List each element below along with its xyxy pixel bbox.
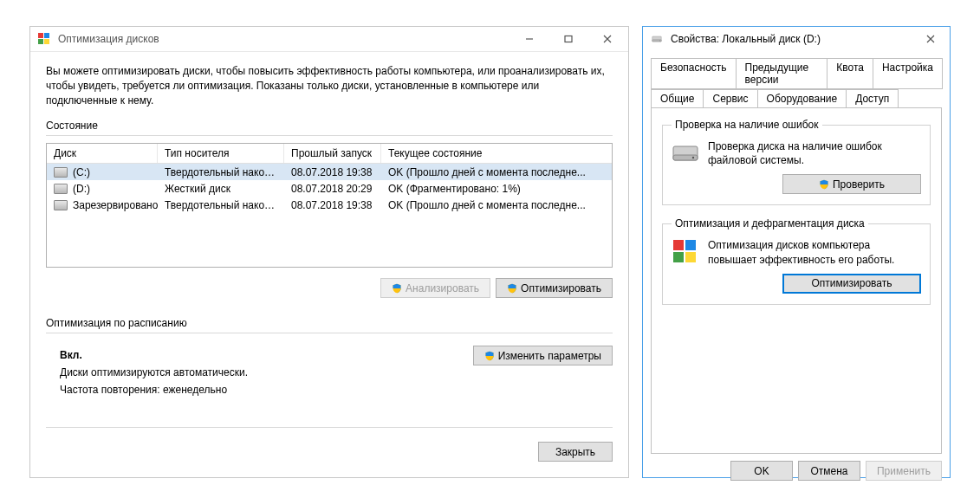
schedule-box: Вкл. Диски оптимизируются автоматически.…: [46, 340, 613, 428]
maximize-button[interactable]: [548, 27, 587, 51]
drive-status: OK (Фрагментировано: 1%): [381, 182, 612, 196]
drive-name: Зарезервировано ...: [73, 199, 158, 211]
table-row[interactable]: Зарезервировано ...Твердотельный накоп..…: [47, 197, 612, 213]
optimize-button[interactable]: Оптимизировать: [496, 278, 613, 298]
state-section-label: Состояние: [46, 120, 613, 132]
ok-label: OK: [754, 465, 769, 477]
drive-icon: [54, 200, 68, 210]
close-dialog-button[interactable]: Закрыть: [538, 442, 613, 462]
analyze-button[interactable]: Анализировать: [380, 278, 490, 298]
drives-table: Диск Тип носителя Прошлый запуск Текущее…: [46, 143, 613, 268]
ok-button[interactable]: OK: [730, 461, 793, 481]
error-check-group: Проверка на наличие ошибок Проверка диск…: [662, 119, 931, 205]
error-check-legend: Проверка на наличие ошибок: [672, 119, 822, 131]
error-check-text: Проверка диска на наличие ошибок файлово…: [708, 139, 921, 167]
window-title: Оптимизация дисков: [58, 33, 509, 45]
optimize-drives-window: Оптимизация дисков Вы можете оптимизиров…: [29, 26, 629, 478]
change-settings-button[interactable]: Изменить параметры: [473, 346, 613, 365]
drive-icon: [672, 139, 699, 167]
close-button[interactable]: [587, 27, 626, 51]
drive-last-run: 08.07.2018 19:38: [284, 165, 381, 179]
optimize-drive-button[interactable]: Оптимизировать: [782, 274, 921, 294]
apply-button[interactable]: Применить: [866, 461, 942, 481]
titlebar[interactable]: Свойства: Локальный диск (D:): [643, 27, 950, 51]
tab-page-service: Проверка на наличие ошибок Проверка диск…: [651, 107, 942, 454]
dialog-footer: OK Отмена Применить: [651, 454, 942, 481]
schedule-auto: Диски оптимизируются автоматически.: [60, 366, 613, 378]
tab[interactable]: Предыдущие версии: [736, 58, 828, 89]
drive-media: Твердотельный накоп...: [158, 198, 284, 212]
col-header-media[interactable]: Тип носителя: [158, 144, 284, 163]
check-button[interactable]: Проверить: [782, 174, 921, 194]
close-button-label: Закрыть: [555, 446, 595, 458]
cancel-button[interactable]: Отмена: [798, 461, 860, 481]
table-row[interactable]: (D:)Жесткий диск08.07.2018 20:29OK (Фраг…: [47, 180, 612, 197]
drive-icon: [54, 167, 68, 178]
window-title: Свойства: Локальный диск (D:): [671, 33, 913, 45]
table-empty-space: [47, 213, 612, 267]
cancel-label: Отмена: [810, 465, 847, 477]
drive-name: (C:): [73, 166, 90, 178]
col-header-status[interactable]: Текущее состояние: [381, 144, 612, 163]
optimize-button-label: Оптимизировать: [521, 282, 601, 294]
tab[interactable]: Общие: [651, 89, 704, 107]
check-button-label: Проверить: [833, 178, 885, 191]
drive-icon: [650, 34, 664, 44]
tab[interactable]: Квота: [827, 58, 873, 89]
apply-label: Применить: [877, 465, 931, 477]
drive-media: Твердотельный накоп...: [158, 165, 284, 179]
tab[interactable]: Безопасность: [651, 58, 737, 89]
minimize-button[interactable]: [509, 27, 548, 51]
drive-media: Жесткий диск: [158, 182, 284, 196]
shield-icon: [392, 283, 402, 294]
close-button[interactable]: [913, 27, 948, 51]
drive-icon: [54, 184, 68, 194]
divider: [46, 333, 613, 333]
schedule-section-label: Оптимизация по расписанию: [46, 317, 613, 329]
change-settings-label: Изменить параметры: [498, 350, 601, 362]
defrag-text: Оптимизация дисков компьютера повышает э…: [708, 238, 921, 266]
titlebar[interactable]: Оптимизация дисков: [30, 27, 628, 52]
table-header: Диск Тип носителя Прошлый запуск Текущее…: [47, 144, 612, 164]
drive-properties-window: Свойства: Локальный диск (D:) Безопаснос…: [642, 26, 951, 478]
tab[interactable]: Сервис: [703, 89, 757, 108]
tab-control: БезопасностьПредыдущие версииКвотаНастро…: [651, 58, 942, 454]
defrag-legend: Оптимизация и дефрагментация диска: [672, 217, 868, 230]
col-header-drive[interactable]: Диск: [47, 144, 158, 163]
drive-status: OK (Прошло дней с момента последне...: [381, 198, 612, 212]
drive-last-run: 08.07.2018 19:38: [284, 198, 381, 212]
drive-status: OK (Прошло дней с момента последне...: [381, 165, 612, 179]
schedule-freq: Частота повторения: еженедельно: [60, 384, 613, 396]
defrag-icon: [37, 32, 51, 46]
table-row[interactable]: (C:)Твердотельный накоп...08.07.2018 19:…: [47, 164, 612, 180]
tab[interactable]: Доступ: [846, 89, 899, 107]
drive-name: (D:): [73, 183, 90, 195]
col-header-last-run[interactable]: Прошлый запуск: [284, 144, 381, 163]
defrag-icon: [672, 238, 699, 266]
tab[interactable]: Оборудование: [757, 89, 847, 107]
table-body: (C:)Твердотельный накоп...08.07.2018 19:…: [47, 164, 612, 213]
intro-text: Вы можете оптимизировать диски, чтобы по…: [46, 64, 613, 107]
tab[interactable]: Настройка: [873, 58, 943, 89]
shield-icon: [484, 351, 495, 361]
shield-icon: [819, 179, 829, 190]
drive-last-run: 08.07.2018 20:29: [284, 182, 381, 196]
shield-icon: [507, 283, 517, 294]
defrag-group: Оптимизация и дефрагментация диска Оптим…: [662, 217, 931, 304]
optimize-drive-label: Оптимизировать: [812, 277, 892, 289]
divider: [46, 135, 613, 136]
analyze-button-label: Анализировать: [406, 282, 479, 294]
